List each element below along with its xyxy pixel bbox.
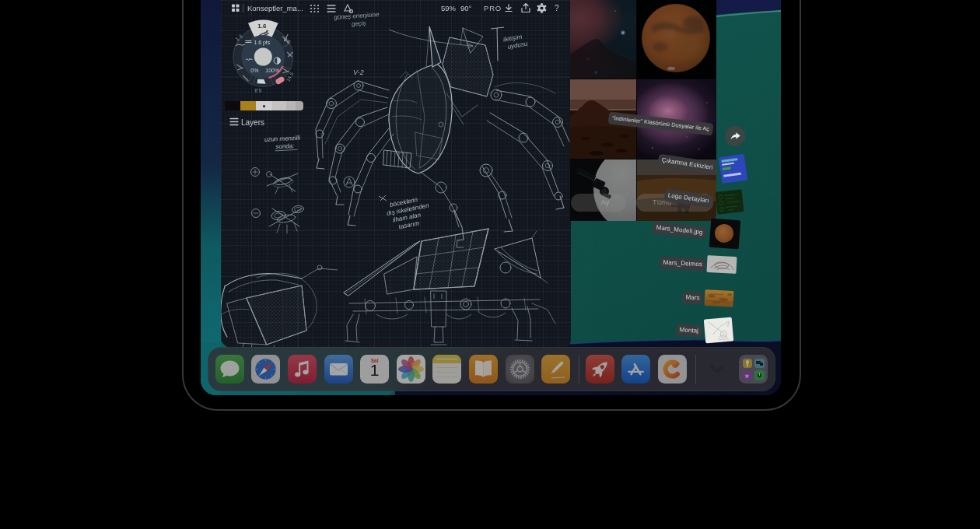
svg-text:geçiş: geçiş — [352, 19, 366, 27]
svg-text:6.8: 6.8 — [254, 88, 261, 93]
svg-text:uzun menzilli: uzun menzilli — [264, 135, 301, 143]
svg-text:sonda:: sonda: — [275, 142, 294, 150]
svg-text:V-2: V-2 — [353, 68, 364, 76]
svg-text:59%: 59% — [441, 4, 457, 12]
svg-text:1.6 pts: 1.6 pts — [254, 40, 271, 46]
svg-text:100%: 100% — [265, 68, 279, 73]
svg-text:Layers: Layers — [241, 118, 264, 127]
svg-text:?: ? — [555, 4, 559, 12]
svg-text:1.6: 1.6 — [257, 23, 267, 30]
svg-text:PRO: PRO — [484, 4, 502, 12]
svg-text:Konseptler_ma...: Konseptler_ma... — [247, 4, 303, 12]
svg-text:90°: 90° — [460, 4, 472, 12]
svg-text:0%: 0% — [250, 68, 258, 73]
